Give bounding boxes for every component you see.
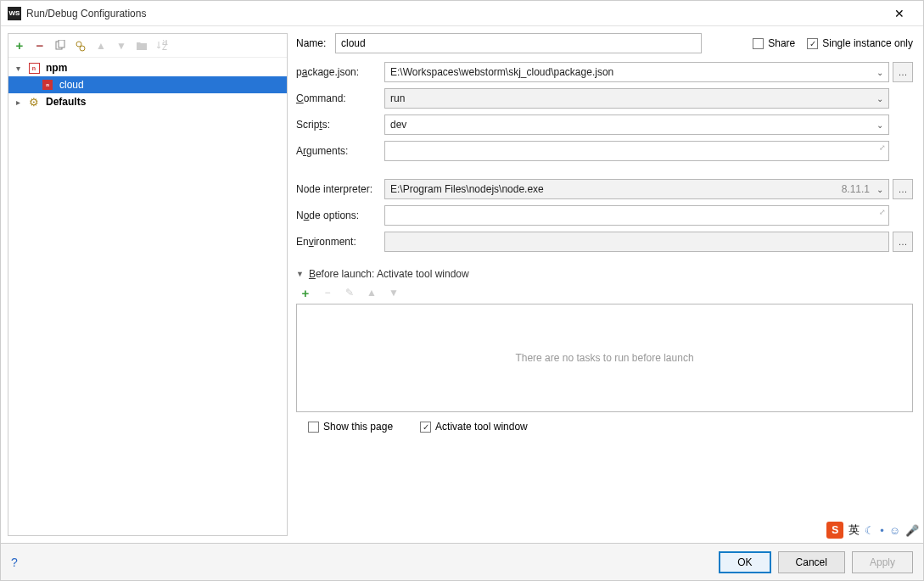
show-this-page-checkbox[interactable]: Show this page — [308, 421, 393, 433]
npm-icon: n — [27, 61, 41, 75]
remove-task-button[interactable]: − — [320, 285, 335, 300]
browse-environment-button[interactable]: … — [893, 232, 913, 252]
npm-script-icon: n — [41, 78, 54, 92]
command-label: Command: — [296, 92, 384, 104]
package-json-row: package.json: E:\Workspaces\webstorm\skj… — [296, 62, 913, 82]
command-select[interactable]: run ⌄ — [384, 88, 889, 109]
move-task-down-button[interactable]: ▼ — [386, 285, 401, 300]
svg-point-3 — [80, 46, 85, 51]
command-row: Command: run ⌄ — [296, 88, 913, 109]
node-interpreter-select[interactable]: E:\Program Files\nodejs\node.exe 8.11.1 … — [384, 179, 889, 199]
remove-config-button[interactable]: − — [32, 38, 48, 53]
arguments-row: Arguments: ⤢ — [296, 141, 913, 161]
config-tree-panel: + − ▲ ▼ az ▾ n — [8, 33, 288, 536]
before-launch-section: ▼ Before launch: Activate tool window + … — [296, 268, 913, 433]
chevron-down-icon: ⌄ — [876, 68, 883, 77]
single-instance-checkbox[interactable]: ✓ Single instance only — [807, 37, 913, 49]
arguments-label: Arguments: — [296, 145, 384, 157]
tree-toolbar: + − ▲ ▼ az — [8, 34, 287, 58]
tray-dot-icon[interactable]: • — [880, 524, 884, 537]
add-task-button[interactable]: + — [298, 285, 313, 300]
package-json-select[interactable]: E:\Workspaces\webstorm\skj_cloud\package… — [384, 62, 889, 82]
body: + − ▲ ▼ az ▾ n — [1, 26, 923, 543]
edit-task-button[interactable]: ✎ — [342, 285, 357, 300]
sogou-ime-icon[interactable]: S — [826, 522, 843, 539]
ime-lang[interactable]: 英 — [848, 522, 860, 538]
webstorm-app-icon: WS — [8, 7, 21, 20]
top-row: Name: Share ✓ Single instance only — [296, 33, 913, 53]
share-label: Share — [768, 37, 795, 49]
move-task-up-button[interactable]: ▲ — [364, 285, 379, 300]
checkbox-icon — [308, 422, 319, 433]
browse-interpreter-button[interactable]: … — [893, 179, 913, 199]
window-title: Run/Debug Configurations — [26, 8, 882, 20]
titlebar: WS Run/Debug Configurations ✕ — [1, 1, 923, 26]
share-checkbox[interactable]: Share — [753, 37, 795, 49]
add-config-button[interactable]: + — [12, 38, 27, 53]
tree-label: npm — [44, 62, 67, 74]
move-down-button[interactable]: ▼ — [114, 38, 129, 53]
expand-icon[interactable]: ⤢ — [879, 143, 886, 152]
defaults-icon: ⚙ — [27, 95, 41, 109]
checkbox-icon — [753, 38, 764, 49]
sort-button[interactable]: az — [154, 38, 170, 53]
copy-config-button[interactable] — [53, 38, 68, 53]
scripts-row: Scripts: dev ⌄ — [296, 115, 913, 135]
environment-input[interactable] — [384, 232, 889, 252]
chevron-down-icon: ⌄ — [876, 94, 883, 103]
save-template-button[interactable] — [73, 38, 88, 53]
cancel-button[interactable]: Cancel — [778, 551, 845, 573]
mic-icon[interactable]: 🎤 — [905, 524, 919, 537]
scripts-select[interactable]: dev ⌄ — [384, 115, 889, 135]
triangle-down-icon: ▼ — [296, 270, 304, 278]
config-form: Name: Share ✓ Single instance only packa… — [288, 26, 923, 543]
scripts-label: Scripts: — [296, 119, 384, 131]
system-tray: S 英 ☾ • ☺ 🎤 — [823, 520, 922, 540]
chevron-down-icon: ⌄ — [876, 185, 883, 194]
run-debug-window: WS Run/Debug Configurations ✕ + − ▲ ▼ — [0, 0, 924, 581]
bottom-checks: Show this page ✓ Activate tool window — [296, 421, 913, 433]
svg-text:z: z — [162, 41, 167, 52]
expand-icon[interactable]: ⤢ — [879, 208, 886, 216]
browse-package-button[interactable]: … — [893, 62, 913, 82]
help-icon[interactable]: ? — [11, 556, 18, 569]
before-launch-list: There are no tasks to run before launch — [296, 304, 913, 412]
close-icon[interactable]: ✕ — [882, 2, 916, 25]
move-up-button[interactable]: ▲ — [93, 38, 109, 53]
name-input[interactable] — [335, 33, 702, 53]
expand-arrow-icon: ▾ — [12, 64, 24, 73]
config-tree: ▾ n npm n cloud ▸ ⚙ Defaults — [8, 58, 287, 535]
chevron-down-icon: ⌄ — [876, 120, 883, 130]
activate-tool-window-checkbox[interactable]: ✓ Activate tool window — [420, 421, 528, 433]
before-launch-toolbar: + − ✎ ▲ ▼ — [296, 280, 913, 304]
svg-rect-1 — [59, 40, 64, 47]
tree-node-cloud[interactable]: n cloud — [8, 76, 287, 93]
single-instance-label: Single instance only — [822, 37, 913, 49]
emoji-icon[interactable]: ☺ — [889, 524, 900, 537]
package-json-label: package.json: — [296, 66, 384, 78]
before-launch-header[interactable]: ▼ Before launch: Activate tool window — [296, 268, 913, 280]
node-version-hint: 8.11.1 — [842, 183, 870, 195]
apply-button[interactable]: Apply — [852, 551, 913, 573]
tree-label: Defaults — [44, 96, 86, 108]
dialog-footer: ? OK Cancel Apply — [1, 543, 923, 580]
node-options-label: Node options: — [296, 209, 384, 221]
node-interpreter-row: Node interpreter: E:\Program Files\nodej… — [296, 179, 913, 199]
checkbox-icon: ✓ — [807, 38, 818, 49]
checkbox-icon: ✓ — [420, 422, 431, 433]
tree-node-npm[interactable]: ▾ n npm — [8, 59, 287, 76]
name-label: Name: — [296, 37, 335, 49]
folder-button[interactable] — [134, 38, 149, 53]
moon-icon[interactable]: ☾ — [865, 524, 875, 537]
environment-label: Environment: — [296, 236, 384, 248]
node-options-row: Node options: ⤢ — [296, 205, 913, 226]
ok-button[interactable]: OK — [719, 551, 770, 573]
node-interpreter-label: Node interpreter: — [296, 183, 384, 195]
node-options-input[interactable]: ⤢ — [384, 205, 889, 226]
empty-tasks-text: There are no tasks to run before launch — [515, 352, 693, 364]
tree-label: cloud — [58, 79, 84, 91]
arguments-input[interactable]: ⤢ — [384, 141, 889, 161]
collapse-arrow-icon: ▸ — [12, 98, 24, 107]
environment-row: Environment: … — [296, 232, 913, 252]
tree-node-defaults[interactable]: ▸ ⚙ Defaults — [8, 93, 287, 110]
